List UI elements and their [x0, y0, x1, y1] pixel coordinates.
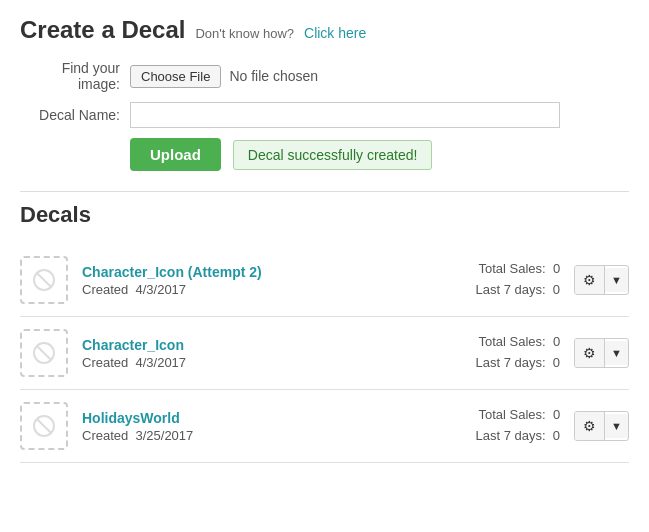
- decal-name-link[interactable]: Character_Icon: [82, 337, 184, 353]
- find-image-label: Find your image:: [20, 60, 130, 92]
- decal-info: Character_Icon Created 4/3/2017: [82, 337, 476, 370]
- total-sales-text: Total Sales: 0: [476, 259, 561, 280]
- decal-action-button[interactable]: ⚙ ▼: [574, 338, 629, 368]
- decal-action-button[interactable]: ⚙ ▼: [574, 265, 629, 295]
- decal-name-link[interactable]: Character_Icon (Attempt 2): [82, 264, 262, 280]
- decal-created-text: Created 4/3/2017: [82, 355, 476, 370]
- choose-file-button[interactable]: Choose File: [130, 65, 221, 88]
- gear-icon[interactable]: ⚙: [575, 412, 605, 440]
- decal-info: Character_Icon (Attempt 2) Created 4/3/2…: [82, 264, 476, 297]
- chevron-down-icon[interactable]: ▼: [605, 341, 628, 365]
- click-here-link[interactable]: Click here: [304, 25, 366, 41]
- decal-stats: Total Sales: 0 Last 7 days: 0: [476, 405, 561, 447]
- gear-icon[interactable]: ⚙: [575, 266, 605, 294]
- decals-list: Character_Icon (Attempt 2) Created 4/3/2…: [20, 244, 629, 463]
- decal-name-row: Decal Name:: [20, 102, 629, 128]
- total-sales-text: Total Sales: 0: [476, 332, 561, 353]
- svg-line-3: [37, 346, 51, 360]
- section-divider: [20, 191, 629, 192]
- decal-thumbnail: [20, 402, 68, 450]
- decals-section: Decals Character_Icon (Attempt 2) Create…: [20, 202, 629, 463]
- no-file-text: No file chosen: [229, 68, 318, 84]
- action-row: Upload Decal successfully created!: [130, 138, 629, 171]
- page-container: Create a Decal Don't know how? Click her…: [0, 0, 649, 479]
- gear-icon[interactable]: ⚙: [575, 339, 605, 367]
- decal-name-input[interactable]: [130, 102, 560, 128]
- decal-stats: Total Sales: 0 Last 7 days: 0: [476, 332, 561, 374]
- page-title: Create a Decal: [20, 16, 185, 44]
- total-sales-text: Total Sales: 0: [476, 405, 561, 426]
- decals-title: Decals: [20, 202, 629, 228]
- decal-name-link[interactable]: HolidaysWorld: [82, 410, 180, 426]
- decal-info: HolidaysWorld Created 3/25/2017: [82, 410, 476, 443]
- create-header: Create a Decal Don't know how? Click her…: [20, 16, 629, 44]
- decal-thumbnail: [20, 256, 68, 304]
- chevron-down-icon[interactable]: ▼: [605, 268, 628, 292]
- decal-created-text: Created 3/25/2017: [82, 428, 476, 443]
- upload-button[interactable]: Upload: [130, 138, 221, 171]
- svg-line-1: [37, 273, 51, 287]
- decal-item: HolidaysWorld Created 3/25/2017 Total Sa…: [20, 390, 629, 463]
- find-image-row: Find your image: Choose File No file cho…: [20, 60, 629, 92]
- decal-name-label: Decal Name:: [20, 107, 130, 123]
- decal-stats: Total Sales: 0 Last 7 days: 0: [476, 259, 561, 301]
- last7-text: Last 7 days: 0: [476, 426, 561, 447]
- image-placeholder-icon: [32, 268, 56, 292]
- svg-line-5: [37, 419, 51, 433]
- last7-text: Last 7 days: 0: [476, 353, 561, 374]
- chevron-down-icon[interactable]: ▼: [605, 414, 628, 438]
- decal-action-button[interactable]: ⚙ ▼: [574, 411, 629, 441]
- decal-thumbnail: [20, 329, 68, 377]
- decal-item: Character_Icon (Attempt 2) Created 4/3/2…: [20, 244, 629, 317]
- last7-text: Last 7 days: 0: [476, 280, 561, 301]
- decal-item: Character_Icon Created 4/3/2017 Total Sa…: [20, 317, 629, 390]
- decal-created-text: Created 4/3/2017: [82, 282, 476, 297]
- image-placeholder-icon: [32, 414, 56, 438]
- image-placeholder-icon: [32, 341, 56, 365]
- success-message: Decal successfully created!: [233, 140, 433, 170]
- dont-know-text: Don't know how?: [195, 26, 294, 41]
